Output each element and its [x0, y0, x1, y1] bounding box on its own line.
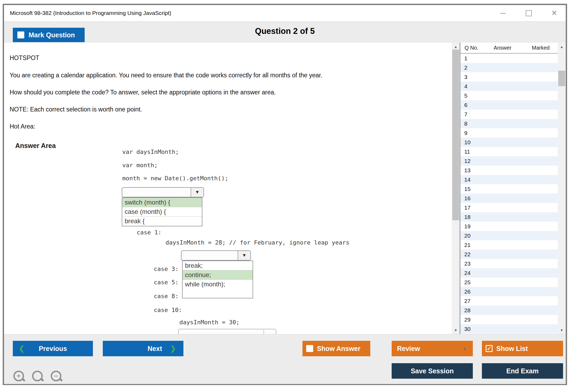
show-list-label: Show List — [496, 345, 528, 353]
dropdown-arrow-button[interactable]: ▼ — [191, 188, 203, 197]
question-row[interactable]: 12 — [460, 156, 558, 166]
magnifier-handle — [40, 378, 44, 382]
question-row[interactable]: 28 — [460, 306, 558, 315]
column-header-marked: Marked — [532, 45, 550, 51]
zoom-reset-button[interactable] — [32, 370, 44, 383]
scroll-up-button[interactable]: ▲ — [558, 43, 566, 51]
scroll-down-button[interactable]: ▼ — [452, 326, 460, 334]
question-row[interactable]: 15 — [460, 184, 558, 194]
dropdown-arrow-divider — [264, 329, 264, 334]
mark-question-checkbox[interactable] — [17, 31, 24, 38]
code-line: case 10: — [154, 307, 182, 313]
question-row[interactable]: 24 — [460, 268, 558, 278]
end-exam-label: End Exam — [506, 367, 539, 375]
question-row[interactable]: 1 — [460, 54, 558, 63]
question-row[interactable]: 25 — [460, 278, 558, 287]
column-header-answer: Answer — [494, 45, 512, 51]
main-scrollbar[interactable]: ▲ ▼ — [452, 43, 460, 334]
zoom-out-button[interactable]: − — [50, 370, 63, 383]
show-answer-button[interactable]: Show Answer — [302, 341, 370, 356]
question-row[interactable]: 20 — [460, 231, 558, 240]
maximize-button[interactable] — [524, 9, 533, 18]
magnifier-handle — [59, 378, 63, 382]
code-line: var daysInMonth; — [122, 149, 179, 155]
question-row[interactable]: 2 — [460, 63, 558, 72]
code-line: case 1: — [137, 229, 162, 236]
question-paragraph: You are creating a calendar application.… — [10, 72, 323, 79]
question-row[interactable]: 27 — [460, 296, 558, 306]
show-list-button[interactable]: ✓ Show List — [482, 341, 563, 356]
question-row[interactable]: 6 — [460, 100, 558, 110]
zoom-in-button[interactable]: + — [13, 370, 26, 383]
answer-dropdown-1[interactable]: ▼ — [122, 187, 204, 197]
mark-question-button[interactable]: Mark Question — [13, 28, 85, 42]
question-row[interactable]: 4 — [460, 82, 558, 91]
code-line: case 5: — [154, 279, 179, 286]
question-row[interactable]: 23 — [460, 259, 558, 268]
dropdown-option[interactable]: break { — [122, 217, 202, 226]
code-line: case 3: — [154, 266, 179, 272]
question-rows: 1234567891011121314151617181920212223242… — [460, 54, 558, 334]
dropdown-1-options: switch (month) {case (month) {break { — [122, 197, 202, 226]
question-row[interactable]: 17 — [460, 203, 558, 212]
question-row[interactable]: 30 — [460, 324, 558, 334]
main-scrollbar-thumb[interactable] — [452, 50, 459, 220]
question-row[interactable]: 16 — [460, 194, 558, 203]
dropdown-option[interactable]: break; — [183, 261, 253, 270]
end-exam-button[interactable]: End Exam — [482, 363, 563, 379]
question-row[interactable]: 21 — [460, 240, 558, 250]
code-line: var month; — [122, 162, 158, 169]
minimize-button[interactable] — [498, 9, 508, 18]
question-note: NOTE: Each correct selection is worth on… — [10, 106, 142, 113]
maximize-icon — [526, 10, 532, 16]
scroll-up-icon: ▲ — [454, 45, 458, 49]
footer-bar: ❮ Previous Next ❯ Show Answer Review ▲ ✓… — [4, 334, 566, 384]
next-button[interactable]: Next ❯ — [103, 341, 183, 356]
question-paragraph: How should you complete the code? To ans… — [10, 89, 276, 96]
chevron-left-icon: ❮ — [19, 345, 25, 353]
dropdown-arrow-button[interactable]: ▼ — [238, 251, 250, 260]
question-row[interactable]: 5 — [460, 91, 558, 100]
question-row[interactable]: 22 — [460, 250, 558, 259]
show-list-checkbox[interactable]: ✓ — [486, 345, 493, 352]
question-row[interactable]: 3 — [460, 72, 558, 82]
dropdown-option[interactable]: switch (month) { — [122, 198, 202, 207]
question-row[interactable]: 8 — [460, 119, 558, 128]
show-answer-checkbox[interactable] — [306, 345, 313, 352]
title-bar: Microsoft 98-382 (Introduction to Progra… — [4, 5, 566, 21]
dropdown-option[interactable]: while (month); — [183, 280, 253, 289]
triangle-up-icon: ▲ — [462, 346, 467, 351]
answer-dropdown-2[interactable]: ▼ — [181, 250, 251, 261]
question-row[interactable]: 7 — [460, 110, 558, 119]
save-session-button[interactable]: Save Session — [392, 363, 473, 379]
answer-dropdown-3[interactable] — [178, 329, 276, 334]
header-band: Question 2 of 5 Mark Question — [4, 21, 566, 43]
question-row[interactable]: 14 — [460, 175, 558, 184]
code-line: daysInMonth = 28; // for February, ignor… — [166, 239, 349, 246]
question-row[interactable]: 26 — [460, 287, 558, 296]
dropdown-option[interactable]: case (month) { — [122, 207, 202, 217]
scroll-down-button[interactable]: ▼ — [558, 326, 566, 334]
review-button[interactable]: Review ▲ — [392, 341, 473, 356]
save-session-label: Save Session — [411, 367, 454, 375]
question-list-panel: Q No. Answer Marked 12345678910111213141… — [460, 43, 566, 334]
exam-window: Microsoft 98-382 (Introduction to Progra… — [3, 4, 567, 385]
sidebar-scrollbar-thumb[interactable] — [558, 71, 565, 86]
question-pane: HOTSPOT You are creating a calendar appl… — [4, 43, 452, 334]
close-button[interactable]: ✕ — [550, 9, 559, 18]
dropdown-option[interactable]: continue; — [183, 270, 253, 280]
question-row[interactable]: 10 — [460, 138, 558, 147]
code-line: case 8: — [154, 293, 179, 299]
show-answer-label: Show Answer — [317, 345, 360, 353]
question-row[interactable]: 19 — [460, 222, 558, 231]
question-row[interactable]: 9 — [460, 128, 558, 138]
question-row[interactable]: 18 — [460, 212, 558, 222]
question-row[interactable]: 11 — [460, 147, 558, 156]
previous-button[interactable]: ❮ Previous — [13, 341, 93, 356]
question-list-header: Q No. Answer Marked — [460, 43, 566, 54]
body-area: HOTSPOT You are creating a calendar appl… — [4, 43, 566, 334]
question-row[interactable]: 13 — [460, 166, 558, 175]
question-row[interactable]: 29 — [460, 315, 558, 324]
sidebar-scrollbar[interactable]: ▲ ▼ — [558, 43, 566, 334]
chevron-down-icon: ▼ — [242, 253, 247, 258]
